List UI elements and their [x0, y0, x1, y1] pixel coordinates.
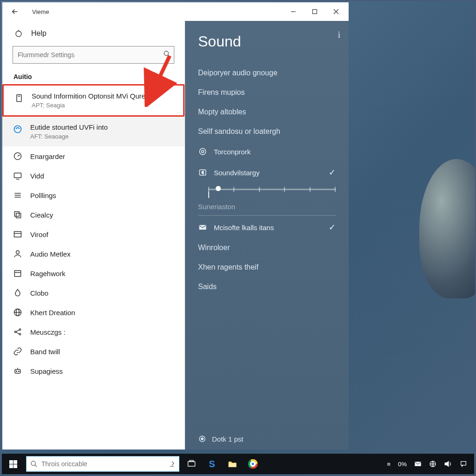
tray-action-center-icon[interactable]	[457, 460, 469, 468]
sound-link-3[interactable]: Sellf sandosu or loatergh	[198, 122, 336, 141]
tray-battery-text[interactable]: 0%	[396, 461, 409, 468]
info-icon[interactable]: i	[338, 30, 340, 40]
gauge-icon	[13, 151, 23, 161]
sync-icon	[13, 124, 23, 134]
svg-point-36	[202, 151, 204, 153]
taskbar: S ≡ 0%	[2, 454, 474, 474]
nav-khert-dreation[interactable]: Khert Dreation	[2, 303, 185, 322]
svg-point-28	[19, 333, 20, 335]
check-icon: ✓	[329, 167, 336, 178]
svg-point-42	[31, 461, 35, 465]
wallpaper-object	[419, 159, 476, 298]
svg-line-43	[35, 465, 37, 467]
label-suneriaston: Suneriaston	[198, 200, 336, 212]
windows-logo-icon	[9, 460, 17, 468]
help-label: Help	[31, 29, 46, 38]
nav-ragehwork[interactable]: Ragehwork	[2, 264, 185, 283]
svg-rect-1	[313, 10, 317, 14]
svg-rect-39	[199, 225, 206, 230]
close-button[interactable]	[325, 2, 347, 21]
taskbar-search-input[interactable]	[41, 460, 169, 468]
start-button[interactable]	[2, 454, 24, 474]
svg-marker-56	[445, 462, 449, 467]
section-label: Auitio	[13, 70, 174, 84]
svg-rect-16	[16, 213, 21, 218]
task-view-button[interactable]	[181, 454, 202, 474]
search-result-sound-info[interactable]: Sound Informition Optonsit MVi Qurer.. A…	[2, 84, 185, 117]
help-item[interactable]: Help	[13, 26, 174, 46]
nav-supagiess[interactable]: Supagiess	[2, 361, 185, 381]
panel-icon	[13, 229, 23, 239]
sound-link-1[interactable]: Firens mupios	[198, 83, 336, 102]
window-title: Vieme	[32, 8, 49, 15]
radio-icon	[198, 435, 206, 443]
svg-rect-44	[188, 462, 195, 466]
nav-viroof[interactable]: Viroof	[2, 225, 185, 244]
share-icon	[13, 327, 23, 337]
row-torconprork[interactable]: Torconprork	[198, 141, 336, 162]
mic-icon[interactable]	[169, 461, 175, 467]
maximize-button[interactable]	[304, 2, 325, 21]
nav-meusczgs[interactable]: Meusczgs :	[2, 322, 185, 342]
check-icon: ✓	[329, 222, 336, 232]
svg-rect-57	[461, 462, 466, 465]
sound-link-0[interactable]: Deiporyer audio gnouge	[198, 63, 336, 83]
help-icon	[14, 29, 23, 38]
link-xhen-ragents[interactable]: Xhen ragents theif	[198, 258, 336, 277]
tray-menu-icon[interactable]: ≡	[385, 461, 393, 468]
svg-rect-45	[190, 461, 193, 462]
divider	[198, 215, 336, 216]
tray-volume-icon[interactable]	[442, 460, 455, 468]
svg-point-9	[14, 126, 21, 133]
svg-rect-53	[415, 462, 421, 466]
svg-rect-46	[229, 463, 237, 467]
settings-search-input[interactable]	[13, 46, 174, 64]
svg-point-4	[16, 31, 21, 37]
nav-band-twill[interactable]: Band twill	[2, 342, 185, 361]
result-title: Eutide stourted UVFi into	[30, 123, 108, 131]
svg-rect-21	[14, 271, 20, 277]
tray-network-icon[interactable]	[427, 460, 439, 468]
svg-line-30	[16, 332, 20, 334]
settings-window: Vieme Help	[2, 2, 349, 450]
svg-point-27	[19, 329, 20, 330]
link-winroloer[interactable]: Winroloer	[198, 238, 336, 258]
globe-icon	[13, 307, 23, 317]
tray-mail-icon[interactable]	[412, 461, 424, 467]
nav-clobo[interactable]: Clobo	[2, 283, 185, 303]
drop-icon	[13, 288, 23, 298]
svg-point-5	[164, 51, 168, 55]
file-explorer-icon[interactable]	[222, 454, 243, 474]
volume-slider[interactable]	[198, 185, 336, 195]
row-microsoft-calls[interactable]: Mcisofte lkalls itans ✓	[198, 217, 336, 238]
sound-link-2[interactable]: Mopty altobles	[198, 102, 336, 122]
svg-point-32	[16, 371, 17, 372]
mail-icon	[198, 223, 207, 232]
calendar-icon	[13, 268, 23, 278]
back-button[interactable]	[11, 7, 19, 16]
link-saids[interactable]: Saids	[198, 277, 336, 297]
svg-rect-11	[14, 173, 21, 178]
chrome-icon[interactable]	[243, 454, 263, 474]
search-result-eutide[interactable]: Eutide stourted UVFi into AFT: Seaoage	[2, 117, 185, 146]
nav-enargarder[interactable]: Enargarder	[2, 146, 185, 166]
row-soundvilstargy[interactable]: Soundvilstargy ✓	[198, 162, 336, 183]
system-tray: ≡ 0%	[380, 460, 474, 468]
right-pane-sound: i Sound Deiporyer audio gnouge Firens mu…	[185, 21, 349, 450]
robot-icon	[13, 366, 23, 376]
target-icon	[198, 147, 207, 156]
svg-point-33	[19, 371, 20, 372]
svg-marker-38	[202, 171, 203, 174]
svg-line-29	[16, 330, 20, 331]
app-s-icon[interactable]: S	[202, 454, 222, 474]
nav-ciealcy[interactable]: Ciealcy	[2, 205, 185, 225]
svg-point-20	[16, 251, 20, 254]
nav-polllings[interactable]: Polllings	[2, 185, 185, 205]
taskbar-search[interactable]	[26, 456, 179, 472]
nav-audio-metlex[interactable]: Audio Metlex	[2, 244, 185, 264]
svg-line-6	[168, 55, 170, 57]
minimize-button[interactable]	[283, 2, 304, 21]
footer-dotk[interactable]: Dotk 1 pst	[198, 435, 244, 443]
nav-vidd[interactable]: Vidd	[2, 166, 185, 185]
result-subtitle: AFT: Seaoage	[30, 133, 108, 140]
